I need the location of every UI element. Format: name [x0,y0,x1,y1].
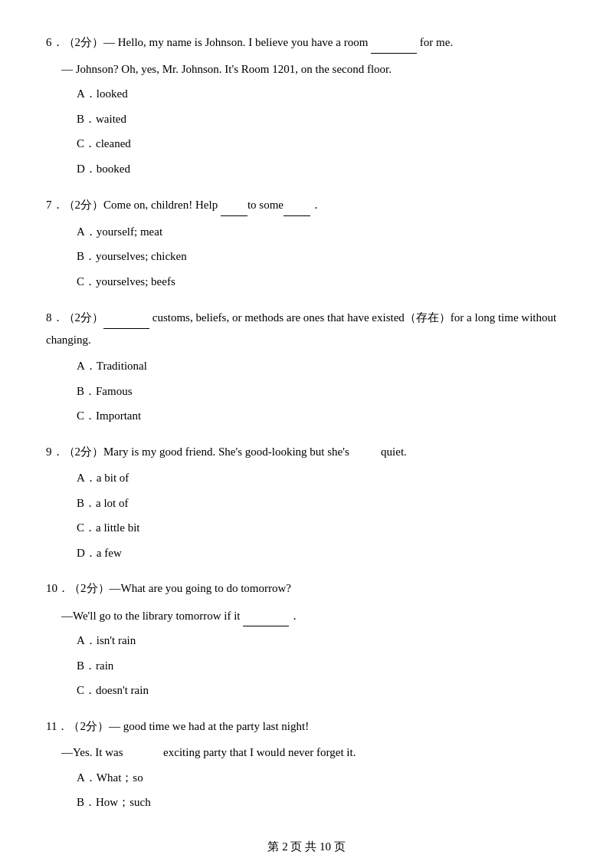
page-number: 第 2 页 共 10 页 [267,840,345,853]
q10-score: （2分） [69,582,110,594]
q7-option-b: B．yourselves; chicken [77,245,567,268]
q10-option-c: C．doesn't rain [77,679,567,702]
q7-blank2 [284,193,310,216]
q11-subtext: —Yes. It was exciting party that I would… [61,741,567,764]
question-11: 11．（2分）— good time we had at the party l… [46,715,567,814]
q6-score: （2分） [64,36,104,48]
question-6: 6．（2分）— Hello, my name is Johnson. I bel… [46,31,567,179]
q8-score: （2分） [64,311,104,324]
q9-text: 9．（2分）Mary is my good friend. She's good… [46,441,567,463]
q7-score: （2分） [64,199,104,211]
q8-option-b: B．Famous [77,380,567,403]
q8-option-c: C．Important [77,405,567,427]
q8-blank [103,306,149,329]
question-8: 8．（2分） customs, beliefs, or methods are … [46,306,567,427]
q10-option-a: A．isn't rain [77,630,567,652]
q10-subtext: —We'll go to the library tomorrow if it … [61,604,567,627]
q9-option-a: A．a bit of [77,467,567,489]
q9-option-b: B．a lot of [77,492,567,515]
q6-number: 6． [46,36,64,48]
q6-subtext: — Johnson? Oh, yes, Mr. Johnson. It's Ro… [61,58,567,81]
q9-option-d: D．a few [77,542,567,564]
q11-option-a: A．What；so [77,767,567,789]
q9-option-c: C．a little bit [77,517,567,539]
question-9: 9．（2分）Mary is my good friend. She's good… [46,441,567,564]
q11-score: （2分） [68,720,109,732]
q6-blank [371,31,417,54]
q7-text: 7．（2分）Come on, children! Help to some ． [46,193,567,216]
q10-number: 10． [46,582,69,594]
q9-number: 9． [46,446,64,458]
q6-option-b: B．waited [77,108,567,130]
q8-option-a: A．Traditional [77,355,567,377]
q6-option-d: D．booked [77,158,567,180]
q10-option-b: B．rain [77,655,567,677]
q7-option-a: A．yourself; meat [77,221,567,243]
q9-score: （2分） [64,446,104,458]
q6-option-a: A．looked [77,83,567,105]
q7-option-c: C．yourselves; beefs [77,271,567,293]
q6-text: 6．（2分）— Hello, my name is Johnson. I bel… [46,31,567,54]
q10-blank [243,604,289,627]
page-footer: 第 2 页 共 10 页 [46,837,567,857]
question-7: 7．（2分）Come on, children! Help to some ． … [46,193,567,292]
q10-text: 10．（2分）—What are you going to do tomorro… [46,577,567,600]
q7-number: 7． [46,199,64,211]
q7-blank1 [221,193,247,216]
q8-text: 8．（2分） customs, beliefs, or methods are … [46,306,567,350]
q11-text: 11．（2分）— good time we had at the party l… [46,715,567,738]
q11-option-b: B．How；such [77,791,567,814]
question-10: 10．（2分）—What are you going to do tomorro… [46,577,567,702]
q8-number: 8． [46,311,64,324]
q6-option-c: C．cleaned [77,133,567,155]
q11-number: 11． [46,720,68,732]
